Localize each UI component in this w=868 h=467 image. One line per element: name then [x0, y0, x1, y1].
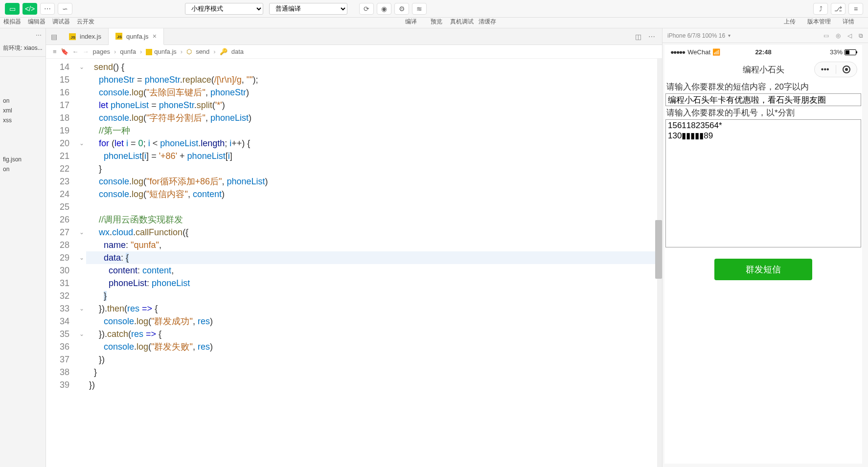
tree-item[interactable]: fig.json [0, 155, 46, 164]
record-icon[interactable]: ◎ [836, 32, 841, 39]
lbl-preview: 预览 [424, 18, 449, 28]
capsule-close-icon[interactable] [836, 66, 857, 73]
lbl-cache: 清缓存 [475, 18, 500, 28]
method-icon: ⬡ [186, 48, 192, 55]
simulator-button[interactable]: ▭ [5, 3, 20, 15]
compile-select[interactable]: 普通编译 [269, 3, 347, 15]
crumb[interactable]: data [231, 48, 244, 55]
js-file-icon [146, 49, 152, 55]
tree-item[interactable]: on [0, 164, 46, 174]
lbl-cloud: 云开发 [73, 18, 98, 28]
page-title: 编程小石头 [743, 64, 784, 75]
clock: 22:48 [755, 48, 771, 56]
nav-fwd-icon[interactable]: → [83, 48, 89, 55]
simulator-panel: iPhone 6/7/8 100% 16 ▾ ▭ ◎ ◁ ⧉ ●●●●● WeC… [662, 28, 868, 467]
clear-cache-icon[interactable]: ≋ [412, 3, 427, 15]
status-bar: ●●●●● WeChat 📶 22:48 33% [664, 45, 862, 59]
chevron-down-icon[interactable]: ▾ [728, 33, 731, 38]
lbl-simulator: 模拟器 [0, 18, 24, 28]
more-icon[interactable]: ⋯ [648, 33, 655, 41]
nav-back-icon[interactable]: ← [72, 48, 79, 55]
js-file-icon: JS [69, 33, 76, 40]
tab-label: index.js [80, 33, 101, 40]
phone-list-label: 请输入你要群发的手机号，以*分割 [665, 106, 861, 119]
lbl-version: 版本管理 [804, 18, 834, 28]
device-frame-icon[interactable]: ▭ [823, 32, 829, 39]
details-icon[interactable]: ≡ [848, 3, 863, 15]
phone-list-textarea[interactable] [665, 119, 861, 247]
close-icon[interactable]: × [153, 32, 157, 40]
environment-label: 前环境: xiaos... [0, 40, 46, 57]
file-explorer[interactable]: ⋯ 前环境: xiaos... on xml xss fig.json on [0, 28, 46, 467]
sms-content-label: 请输入你要群发的短信内容，20字以内 [665, 80, 861, 93]
tab-label: qunfa.js [126, 33, 149, 40]
cloud-button[interactable]: ∽ [58, 3, 72, 15]
tree-item[interactable]: xss [0, 115, 46, 125]
upload-icon[interactable]: ⤴ [813, 3, 828, 15]
compile-icon[interactable]: ⟳ [359, 3, 374, 15]
crumb[interactable]: send [196, 48, 209, 55]
bookmark-icon[interactable]: 🔖 [61, 48, 69, 55]
capsule-more-icon[interactable]: ••• [815, 65, 836, 74]
tab-index-js[interactable]: JS index.js [62, 28, 109, 45]
send-sms-button[interactable]: 群发短信 [714, 259, 812, 280]
signal-icon: ●●●●● [670, 48, 685, 56]
js-file-icon: JS [115, 33, 122, 40]
code-editor[interactable]: 1415161718192021222324252627282930313233… [46, 59, 662, 467]
tab-qunfa-js[interactable]: JS qunfa.js × [109, 28, 164, 45]
split-editor-icon[interactable]: ◫ [635, 33, 641, 41]
toggle-panel-icon[interactable]: ▤ [51, 33, 57, 41]
mode-select[interactable]: 小程序模式 [185, 3, 263, 15]
toolbar-labels: 模拟器 编辑器 调试器 云开发 编译 预览 真机调试 清缓存 上传 版本管理 详… [0, 18, 868, 28]
crumb[interactable]: pages [93, 48, 110, 55]
editor-tabs: ▤ JS index.js JS qunfa.js × ◫ ⋯ [46, 28, 662, 45]
wifi-icon: 📶 [712, 48, 720, 56]
remote-debug-icon[interactable]: ⚙ [394, 3, 409, 15]
lbl-debugger: 调试器 [49, 18, 73, 28]
carrier-label: WeChat [687, 48, 710, 56]
version-icon[interactable]: ⎇ [831, 3, 845, 15]
battery-percent: 33% [830, 48, 843, 56]
breadcrumb: ≡ 🔖 ← → pages› qunfa› qunfa.js› ⬡send› 🔑… [46, 45, 662, 59]
property-icon: 🔑 [220, 48, 228, 55]
mute-icon[interactable]: ◁ [847, 32, 852, 39]
battery-icon [845, 49, 856, 55]
tree-item[interactable]: xml [0, 106, 46, 115]
lbl-remote: 真机调试 [449, 18, 475, 28]
main-toolbar: ▭ </> ⋯ ∽ 小程序模式 普通编译 ⟳ ◉ ⚙ ≋ ⤴ ⎇ ≡ [0, 0, 868, 18]
explorer-menu-icon[interactable]: ⋯ [0, 30, 46, 40]
editor-button[interactable]: </> [23, 3, 37, 15]
vertical-scrollbar[interactable] [655, 59, 662, 467]
lbl-compile: 编译 [398, 18, 424, 28]
lbl-details: 详情 [834, 18, 863, 28]
device-select[interactable]: iPhone 6/7/8 100% 16 [667, 32, 725, 39]
popout-icon[interactable]: ⧉ [859, 32, 863, 39]
phone-frame: ●●●●● WeChat 📶 22:48 33% 编程小石头 ••• 请输入你要… [664, 45, 862, 464]
lbl-upload: 上传 [775, 18, 804, 28]
debugger-button[interactable]: ⋯ [40, 3, 55, 15]
lbl-editor: 编辑器 [24, 18, 49, 28]
crumb[interactable]: qunfa [120, 48, 136, 55]
list-icon[interactable]: ≡ [53, 48, 57, 55]
capsule-menu[interactable]: ••• [814, 62, 857, 77]
tree-item[interactable]: on [0, 96, 46, 106]
page-header: 编程小石头 ••• [664, 59, 862, 80]
crumb[interactable]: qunfa.js [154, 48, 177, 55]
preview-icon[interactable]: ◉ [377, 3, 391, 15]
sms-content-input[interactable] [665, 93, 861, 106]
